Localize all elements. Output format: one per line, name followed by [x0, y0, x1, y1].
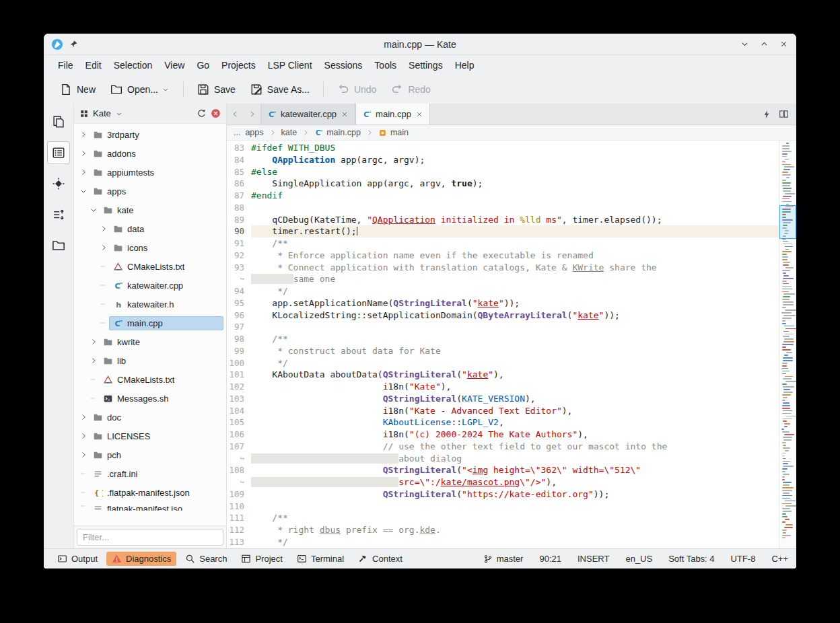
code-line[interactable]: ↪ src=\":/kate/mascot.png\"/>"),: [227, 476, 779, 488]
chevron-down-icon[interactable]: [115, 110, 123, 118]
status-diagnostics[interactable]: Diagnostics: [106, 552, 176, 566]
chevron-right-icon[interactable]: [78, 131, 89, 139]
code-line[interactable]: 113 */: [227, 536, 779, 548]
sidebar-tool-filesystem[interactable]: [47, 234, 70, 257]
tab-main-cpp[interactable]: Cmain.cpp: [355, 104, 430, 124]
tab-katewaiter-cpp[interactable]: Ckatewaiter.cpp: [260, 104, 355, 124]
tree-item-cmakelists-txt[interactable]: CMakeLists.txt: [74, 257, 226, 276]
split-view-icon[interactable]: [779, 109, 789, 119]
code-line[interactable]: 95 app.setApplicationName(QStringLiteral…: [227, 297, 779, 309]
code-line[interactable]: 102 i18n("Kate"),: [227, 381, 779, 393]
status-master[interactable]: master: [483, 554, 524, 564]
tree-item-cmakelists-txt[interactable]: CMakeLists.txt: [74, 370, 226, 389]
save-as-button[interactable]: Save As...: [244, 79, 316, 100]
maximize-icon[interactable]: [760, 40, 769, 48]
code-line[interactable]: 99 * construct about data for Kate: [227, 345, 779, 357]
code-line[interactable]: 86 SingleApplication app(argc, argv, tru…: [227, 178, 779, 190]
menu-projects[interactable]: Projects: [215, 57, 262, 73]
breadcrumb-main-cpp[interactable]: Cmain.cpp: [314, 128, 361, 137]
minimap-scrollbar[interactable]: [779, 141, 796, 548]
close-panel-icon[interactable]: [211, 108, 221, 118]
code-line[interactable]: 88: [227, 202, 779, 214]
code-line[interactable]: 91 /**: [227, 237, 779, 250]
code-line[interactable]: 85#else: [227, 166, 779, 178]
menu-sessions[interactable]: Sessions: [318, 57, 369, 73]
status-utf-8[interactable]: UTF-8: [731, 554, 756, 564]
code-line[interactable]: 93 * Connect application with translatio…: [227, 262, 779, 274]
chevron-right-icon[interactable]: [78, 149, 89, 157]
tree-item-messages-sh[interactable]: Messages.sh: [74, 389, 226, 408]
code-line[interactable]: 112 * right dbus prefix == org.kde.: [227, 524, 779, 536]
status-insert[interactable]: INSERT: [578, 554, 609, 564]
titlebar[interactable]: main.cpp — Kate: [44, 34, 796, 55]
tree-item-katewaiter-cpp[interactable]: Ckatewaiter.cpp: [74, 276, 226, 295]
tree-item-addons[interactable]: addons: [74, 144, 226, 163]
tree-item-icons[interactable]: icons: [74, 238, 226, 257]
tree-item-apps[interactable]: apps: [74, 182, 226, 200]
status-soft-tabs-4[interactable]: Soft Tabs: 4: [668, 554, 714, 564]
status-output[interactable]: Output: [52, 552, 103, 566]
redo-button[interactable]: Redo: [384, 79, 437, 100]
minimap-viewport[interactable]: [779, 205, 796, 239]
code-line[interactable]: 105 KAboutLicense::LGPL_V2,: [227, 416, 779, 429]
code-line[interactable]: 92 * Enforce application name even if th…: [227, 250, 779, 262]
refresh-icon[interactable]: [197, 108, 207, 118]
chevron-right-icon[interactable]: [88, 338, 99, 346]
tree-item-flatpak-manifest-json[interactable]: { }.flatpak-manifest.json: [74, 483, 226, 502]
sidebar-tool-projects[interactable]: [47, 141, 70, 164]
code-line[interactable]: 106 i18n("(c) 2000-2024 The Kate Authors…: [227, 429, 779, 441]
chevron-right-icon[interactable]: [98, 244, 109, 252]
code-line[interactable]: 96 KLocalizedString::setApplicationDomai…: [227, 309, 779, 322]
code-line[interactable]: 111 /**: [227, 512, 779, 524]
code-line[interactable]: 110: [227, 501, 779, 513]
history-back-button[interactable]: [227, 104, 244, 124]
chevron-expanded-icon[interactable]: [88, 206, 99, 214]
code-line[interactable]: 104 i18n("Kate - Advanced Text Editor"),: [227, 405, 779, 417]
tree-item-data[interactable]: data: [74, 219, 226, 238]
tree-item-doc[interactable]: doc: [74, 408, 226, 427]
breadcrumb-main[interactable]: main: [378, 128, 409, 137]
status-en-us[interactable]: en_US: [625, 554, 652, 564]
breadcrumb-kate[interactable]: kate: [281, 128, 298, 137]
code-line[interactable]: 87#endif: [227, 190, 779, 202]
code-line[interactable]: 89 qCDebug(KateTime, "QApplication initi…: [227, 214, 779, 226]
menu-go[interactable]: Go: [190, 57, 215, 73]
chevron-expanded-icon[interactable]: [78, 187, 89, 195]
code-line[interactable]: 101 KAboutData aboutData(QStringLiteral(…: [227, 369, 779, 381]
project-combo-label[interactable]: Kate: [93, 108, 111, 118]
tree-item-katewaiter-h[interactable]: hkatewaiter.h: [74, 295, 226, 314]
minimize-icon[interactable]: [740, 40, 749, 48]
status-search[interactable]: Search: [180, 552, 232, 566]
code-line[interactable]: 94 */: [227, 285, 779, 297]
code-line[interactable]: 107 // use the other text field to get o…: [227, 441, 779, 453]
sidebar-tool-diff[interactable]: [47, 203, 70, 226]
menu-selection[interactable]: Selection: [108, 57, 159, 73]
tree-item-flatpak-manifest-iso[interactable]: flatpak-manifest.iso: [74, 502, 226, 511]
open-button[interactable]: Open...: [104, 79, 176, 100]
code-line[interactable]: ↪ about dialog: [227, 453, 779, 465]
status-90-21[interactable]: 90:21: [539, 554, 561, 564]
chevron-right-icon[interactable]: [98, 225, 109, 233]
tab-close-icon[interactable]: [341, 110, 349, 118]
breadcrumb-item[interactable]: ...: [234, 128, 240, 137]
chevron-right-icon[interactable]: [88, 357, 99, 365]
menu-lsp-client[interactable]: LSP Client: [262, 57, 318, 73]
status-project[interactable]: Project: [236, 552, 287, 566]
menu-edit[interactable]: Edit: [79, 57, 108, 73]
sidebar-tool-symbols[interactable]: [47, 172, 70, 195]
save-button[interactable]: Save: [190, 79, 242, 100]
tree-item-licenses[interactable]: LICENSES: [74, 427, 226, 445]
tree-item-craft-ini[interactable]: .craft.ini: [74, 464, 226, 483]
tab-close-icon[interactable]: [415, 110, 423, 118]
undo-button[interactable]: Undo: [330, 79, 383, 100]
code-area[interactable]: 83#ifdef WITH_DBUS84 QApplication app(ar…: [227, 141, 779, 548]
tree-item-kwrite[interactable]: kwrite: [74, 332, 226, 351]
close-icon[interactable]: [779, 40, 788, 48]
code-line[interactable]: ↪ same one: [227, 273, 779, 285]
code-line[interactable]: 100 */: [227, 357, 779, 369]
status-c[interactable]: C++: [771, 554, 788, 564]
status-terminal[interactable]: Terminal: [291, 552, 349, 566]
breadcrumb-apps[interactable]: apps: [245, 128, 263, 137]
tree-item-main-cpp[interactable]: Cmain.cpp: [74, 314, 226, 332]
tree-item-kate[interactable]: kate: [74, 200, 226, 219]
